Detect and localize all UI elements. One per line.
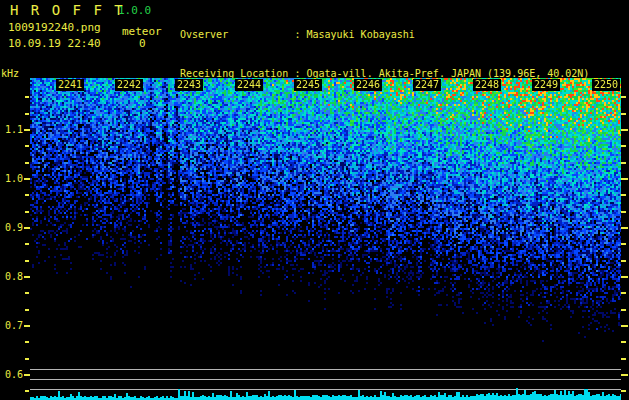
spectrogram-canvas bbox=[30, 78, 621, 400]
tick-mark bbox=[621, 129, 628, 131]
hrofft-window: H R O F F T 1.0.0 1009192240.png meteor … bbox=[0, 0, 629, 400]
tick-mark bbox=[621, 113, 626, 115]
meteor-count: 0 bbox=[139, 37, 146, 50]
freq-tick-label-0.7: 0.7 bbox=[0, 320, 23, 332]
tick-mark bbox=[621, 309, 626, 311]
tick-mark bbox=[24, 374, 30, 376]
tick-mark bbox=[25, 162, 29, 164]
tick-mark bbox=[24, 227, 30, 229]
tick-mark bbox=[621, 260, 626, 262]
time-label-2245: 2245 bbox=[294, 79, 322, 91]
freq-tick-label-0.6: 0.6 bbox=[0, 369, 23, 381]
tick-mark bbox=[25, 113, 29, 115]
tick-mark bbox=[621, 358, 626, 360]
tick-mark bbox=[621, 178, 628, 180]
tick-mark bbox=[25, 194, 29, 196]
freq-tick-label-1.1: 1.1 bbox=[0, 124, 23, 136]
tick-mark bbox=[621, 374, 628, 376]
station-info-observer: Ovserver : Masayuki Kobayashi bbox=[180, 28, 589, 41]
tick-mark bbox=[25, 145, 29, 147]
time-label-2250: 2250 bbox=[592, 79, 620, 91]
time-label-2247: 2247 bbox=[413, 79, 441, 91]
tick-mark bbox=[621, 390, 626, 392]
tick-mark bbox=[621, 292, 626, 294]
output-filename: 1009192240.png bbox=[8, 21, 101, 34]
freq-tick-label-0.8: 0.8 bbox=[0, 271, 23, 283]
tick-mark bbox=[25, 390, 29, 392]
time-label-2248: 2248 bbox=[473, 79, 501, 91]
tick-mark bbox=[24, 276, 30, 278]
app-version: 1.0.0 bbox=[118, 4, 151, 17]
tick-mark bbox=[621, 243, 626, 245]
tick-mark bbox=[621, 194, 626, 196]
freq-tick-label-0.9: 0.9 bbox=[0, 222, 23, 234]
tick-mark bbox=[621, 341, 626, 343]
tick-mark bbox=[25, 260, 29, 262]
app-title: H R O F F T bbox=[10, 2, 125, 18]
tick-mark bbox=[621, 162, 626, 164]
time-label-2244: 2244 bbox=[235, 79, 263, 91]
tick-mark bbox=[25, 211, 29, 213]
tick-mark bbox=[621, 145, 626, 147]
time-label-2243: 2243 bbox=[175, 79, 203, 91]
tick-mark bbox=[621, 227, 628, 229]
tick-mark bbox=[25, 96, 29, 98]
tick-mark bbox=[24, 325, 30, 327]
time-label-2246: 2246 bbox=[354, 79, 382, 91]
tick-mark bbox=[621, 276, 628, 278]
time-label-2242: 2242 bbox=[115, 79, 143, 91]
tick-mark bbox=[621, 325, 628, 327]
time-label-2241: 2241 bbox=[56, 79, 84, 91]
tick-mark bbox=[24, 129, 30, 131]
tick-mark bbox=[25, 292, 29, 294]
freq-axis-unit-label: kHz bbox=[1, 68, 19, 79]
tick-mark bbox=[621, 211, 626, 213]
tick-mark bbox=[25, 309, 29, 311]
tick-mark bbox=[621, 96, 626, 98]
time-label-2249: 2249 bbox=[532, 79, 560, 91]
tick-mark bbox=[25, 341, 29, 343]
timestamp: 10.09.19 22:40 bbox=[8, 37, 101, 50]
tick-mark bbox=[24, 178, 30, 180]
freq-tick-label-1.0: 1.0 bbox=[0, 173, 23, 185]
tick-mark bbox=[25, 243, 29, 245]
tick-mark bbox=[25, 358, 29, 360]
